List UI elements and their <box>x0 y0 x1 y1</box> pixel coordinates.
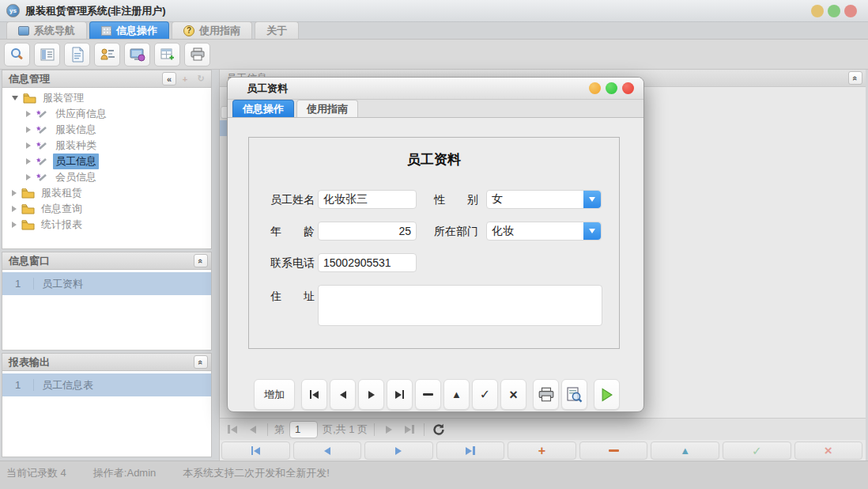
chevron-right-icon[interactable] <box>26 174 31 180</box>
move-up-button[interactable]: ▲ <box>443 379 470 410</box>
delete-button[interactable] <box>415 379 441 410</box>
nav-prev-button[interactable] <box>330 379 356 410</box>
dialog-tab-info-operations[interactable]: 信息操作 <box>232 100 294 117</box>
collapse-left-button[interactable]: « <box>162 72 176 85</box>
tree-item-label: 会员信息 <box>53 169 99 185</box>
refresh-button[interactable] <box>431 423 447 437</box>
tree-item-clothing-info[interactable]: 服装信息 <box>2 122 211 138</box>
add-button[interactable]: 增加 <box>254 379 295 410</box>
chevron-right-icon[interactable] <box>12 222 17 228</box>
operator-label: 操作者:Admin <box>93 466 156 489</box>
tree-item-member-info[interactable]: 会员信息 <box>2 169 211 185</box>
page-next-button[interactable] <box>381 423 397 437</box>
search-button[interactable] <box>4 43 30 66</box>
name-field[interactable] <box>318 190 417 209</box>
collapse-up-button[interactable]: « <box>848 71 862 85</box>
tab-user-guide[interactable]: ? 使用指南 <box>172 21 252 39</box>
dialog-titlebar[interactable]: 员工资料 <box>228 78 643 100</box>
tree-item-statistics-report[interactable]: 统计报表 <box>2 217 211 233</box>
record-prev-button[interactable] <box>293 442 362 460</box>
tab-system-nav[interactable]: 系统导航 <box>6 21 87 39</box>
chevron-right-icon[interactable] <box>12 206 17 212</box>
collapse-up-button[interactable]: « <box>194 254 208 267</box>
preview-button[interactable] <box>561 379 587 410</box>
page-first-button[interactable] <box>225 423 240 437</box>
main-toolbar <box>0 40 868 70</box>
department-select[interactable]: 化妆 <box>486 222 602 241</box>
tab-label: 关于 <box>266 24 287 38</box>
minimize-button[interactable] <box>811 5 824 17</box>
row-label: 员工信息表 <box>34 378 93 392</box>
phone-label: 联系电话 <box>270 256 315 271</box>
chevron-right-icon[interactable] <box>26 127 31 133</box>
tree-item-label: 服装租赁 <box>39 185 85 201</box>
printer-button[interactable] <box>184 43 210 66</box>
chevron-right-icon[interactable] <box>26 142 31 149</box>
page-number-input[interactable] <box>289 421 318 438</box>
nav-next-button[interactable] <box>358 379 384 410</box>
chevron-down-icon[interactable] <box>12 96 18 100</box>
nav-last-button[interactable] <box>387 379 413 410</box>
staff-button[interactable] <box>94 43 120 66</box>
chevron-right-icon[interactable] <box>12 190 17 196</box>
record-first-button[interactable] <box>221 442 290 460</box>
record-last-button[interactable] <box>436 442 505 460</box>
confirm-button[interactable]: ✓ <box>472 379 498 410</box>
list-item-employee-report[interactable]: 1 员工信息表 <box>2 373 211 396</box>
staff-icon <box>100 47 115 62</box>
run-button[interactable] <box>594 379 620 410</box>
tab-about[interactable]: 关于 <box>255 21 299 39</box>
tree-item-employee-info[interactable]: 员工信息 <box>2 154 211 169</box>
nav-first-button[interactable] <box>301 379 327 410</box>
tab-label: 使用指南 <box>307 102 348 116</box>
record-cancel-button[interactable]: × <box>794 442 863 460</box>
record-confirm-button[interactable]: ✓ <box>723 442 791 460</box>
page-prev-button[interactable] <box>245 423 261 437</box>
list-item-employee-data[interactable]: 1 员工资料 <box>2 272 211 295</box>
dialog-minimize-button[interactable] <box>589 82 601 94</box>
monitor-view-button[interactable] <box>124 43 150 66</box>
dropdown-button[interactable] <box>583 191 601 208</box>
employee-data-dialog: 员工资料 信息操作 使用指南 员工资料 员工姓名 性 别 女 年 龄 所在部门 <box>227 77 644 412</box>
tree-item-clothing-rental[interactable]: 服装租赁 <box>2 185 211 201</box>
separator <box>424 423 425 436</box>
tab-label: 使用指南 <box>199 24 240 38</box>
age-field[interactable] <box>318 222 417 241</box>
close-button[interactable] <box>844 5 857 17</box>
dialog-maximize-button[interactable] <box>606 82 617 94</box>
tree-item-clothing-category[interactable]: 服装种类 <box>2 138 211 154</box>
maximize-button[interactable] <box>828 5 840 17</box>
dialog-window-controls <box>589 82 634 94</box>
report-output-header: 报表输出 « <box>2 354 211 371</box>
print-button[interactable] <box>533 379 559 410</box>
dropdown-button[interactable] <box>583 222 601 240</box>
tree-item-supplier-info[interactable]: 供应商信息 <box>2 106 211 122</box>
cancel-button[interactable]: × <box>500 379 526 410</box>
record-toolbar: + ▲ ✓ × <box>221 441 866 460</box>
tree-item-info-query[interactable]: 信息查询 <box>2 201 211 217</box>
tab-info-operations[interactable]: 信息操作 <box>89 21 169 39</box>
record-remove-button[interactable] <box>579 442 648 460</box>
record-next-button[interactable] <box>364 442 433 460</box>
dialog-tab-user-guide[interactable]: 使用指南 <box>296 100 358 117</box>
document-button[interactable] <box>64 43 90 66</box>
address-field[interactable] <box>318 285 602 326</box>
folder-icon <box>21 188 35 199</box>
chevron-right-icon[interactable] <box>26 158 31 165</box>
cross-icon: × <box>825 444 832 457</box>
cross-icon: × <box>509 388 518 402</box>
chevron-right-icon[interactable] <box>26 111 31 117</box>
gender-label: 性 别 <box>434 193 478 207</box>
tree-item-label: 服装管理 <box>40 90 86 106</box>
gender-select[interactable]: 女 <box>486 190 602 209</box>
dialog-close-button[interactable] <box>622 82 634 94</box>
tree-item-clothing-management[interactable]: 服装管理 <box>2 90 211 106</box>
phone-field[interactable] <box>318 253 417 272</box>
form-view-button[interactable] <box>34 43 60 66</box>
page-last-button[interactable] <box>402 423 417 437</box>
info-windows-panel: 信息窗口 « 1 员工资料 <box>2 252 212 351</box>
record-add-button[interactable]: + <box>508 442 576 460</box>
table-add-button[interactable] <box>154 43 180 66</box>
collapse-up-button[interactable]: « <box>194 355 208 369</box>
record-move-up-button[interactable]: ▲ <box>651 442 719 460</box>
